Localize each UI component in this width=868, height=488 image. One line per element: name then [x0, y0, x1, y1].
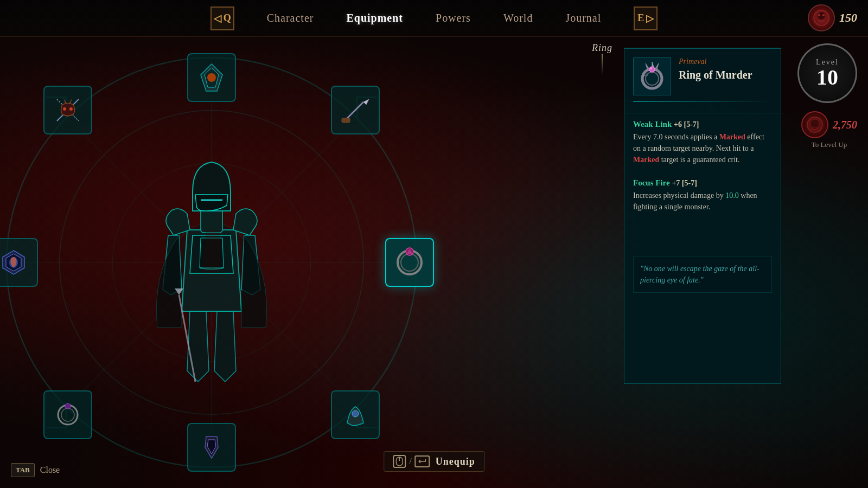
svg-point-27 — [65, 403, 71, 409]
nav-items: ◁ Q Character Equipment Powers World Jou… — [210, 7, 658, 30]
prev-arrow-icon: ◁ — [214, 12, 221, 24]
item-flavor: "No one will escape the gaze of the all-… — [633, 256, 772, 293]
slot-top-right[interactable] — [331, 86, 380, 134]
tab-world[interactable]: World — [503, 12, 533, 24]
svg-point-21 — [401, 254, 418, 271]
currency-display: 150 — [808, 4, 857, 31]
svg-point-16 — [207, 73, 216, 82]
svg-point-33 — [63, 107, 66, 111]
level-number: 10 — [816, 67, 838, 88]
slot-bottom[interactable] — [187, 423, 236, 472]
slot-top[interactable] — [187, 53, 236, 102]
action-container: / Unequip — [384, 451, 484, 472]
tab-journal[interactable]: Journal — [565, 12, 601, 24]
ring-label: Ring — [592, 42, 612, 54]
tab-powers[interactable]: Powers — [436, 12, 471, 24]
stat-weak-link-desc: Every 7.0 seconds applies a Marked effec… — [633, 131, 772, 165]
item-separator — [633, 101, 772, 102]
stat-focus-fire: Focus Fire +7 [5-7] Increases physical d… — [633, 178, 772, 213]
ring-indicator-line — [602, 54, 603, 75]
xp-display: 2,750 To Level Up — [801, 111, 857, 149]
item-flavor-text: "No one will escape the gaze of the all-… — [640, 263, 765, 286]
level-circle: Level 10 — [797, 43, 857, 103]
close-button[interactable]: TAB Close — [11, 463, 60, 477]
slot-top-left[interactable] — [43, 86, 92, 134]
ring-label-container: Ring — [592, 42, 612, 75]
svg-point-34 — [69, 107, 73, 111]
top-nav: ◁ Q Character Equipment Powers World Jou… — [0, 0, 868, 37]
svg-point-42 — [646, 72, 659, 85]
currency-amount: 150 — [839, 11, 857, 25]
stat-weak-link: Weak Link +6 [5-7] Every 7.0 seconds app… — [633, 120, 772, 165]
close-label: Close — [40, 465, 60, 475]
item-panel-header: Primeval Ring of Murder — [624, 49, 781, 113]
svg-rect-19 — [342, 118, 350, 123]
currency-icon — [808, 4, 835, 31]
svg-point-46 — [649, 67, 655, 72]
item-quality: Primeval — [679, 57, 772, 66]
tab-key-label: TAB — [11, 463, 35, 477]
slot-left[interactable] — [0, 238, 38, 287]
svg-point-13 — [172, 223, 251, 302]
item-body: Weak Link +6 [5-7] Every 7.0 seconds app… — [624, 113, 781, 299]
next-key-label: E — [637, 12, 644, 24]
stat-weak-link-name: Weak Link +6 [5-7] — [633, 120, 772, 129]
tab-character[interactable]: Character — [267, 12, 314, 24]
next-arrow-icon: ▷ — [646, 12, 654, 24]
tab-equipment[interactable]: Equipment — [346, 12, 403, 24]
prev-nav-button[interactable]: ◁ Q — [210, 7, 234, 30]
stat-spacer — [633, 173, 772, 178]
xp-label: To Level Up — [812, 140, 847, 149]
svg-point-47 — [650, 67, 652, 69]
enter-key-icon — [415, 455, 430, 467]
svg-point-3 — [822, 14, 825, 16]
slot-bottom-left[interactable] — [43, 390, 92, 439]
stat-focus-fire-name: Focus Fire +7 [5-7] — [633, 178, 772, 188]
action-separator: / — [409, 457, 411, 466]
svg-point-26 — [61, 408, 74, 421]
prev-key-label: Q — [224, 12, 231, 24]
action-label[interactable]: Unequip — [436, 456, 475, 467]
stat-focus-fire-desc: Increases physical damage by 10.0 when f… — [633, 190, 772, 213]
item-icon-row: Primeval Ring of Murder — [633, 57, 772, 95]
svg-point-24 — [352, 410, 359, 417]
slot-ring-selected[interactable] — [385, 238, 434, 287]
svg-marker-35 — [63, 98, 67, 104]
xp-amount: 2,750 — [833, 119, 857, 131]
svg-point-2 — [818, 14, 820, 16]
svg-point-5 — [810, 119, 819, 128]
svg-marker-18 — [363, 99, 369, 105]
item-panel: Primeval Ring of Murder Weak Link +6 [5-… — [624, 48, 781, 384]
svg-marker-36 — [69, 98, 72, 104]
item-icon-box — [633, 57, 671, 95]
next-nav-button[interactable]: E ▷ — [634, 7, 658, 30]
item-name: Ring of Murder — [679, 68, 772, 81]
bottom-action-bar: / Unequip — [384, 451, 484, 472]
item-name-block: Primeval Ring of Murder — [679, 57, 772, 81]
mouse-icon — [393, 455, 406, 468]
slot-bottom-right[interactable] — [331, 390, 380, 439]
equipment-area — [0, 37, 423, 488]
xp-icon — [801, 111, 828, 138]
